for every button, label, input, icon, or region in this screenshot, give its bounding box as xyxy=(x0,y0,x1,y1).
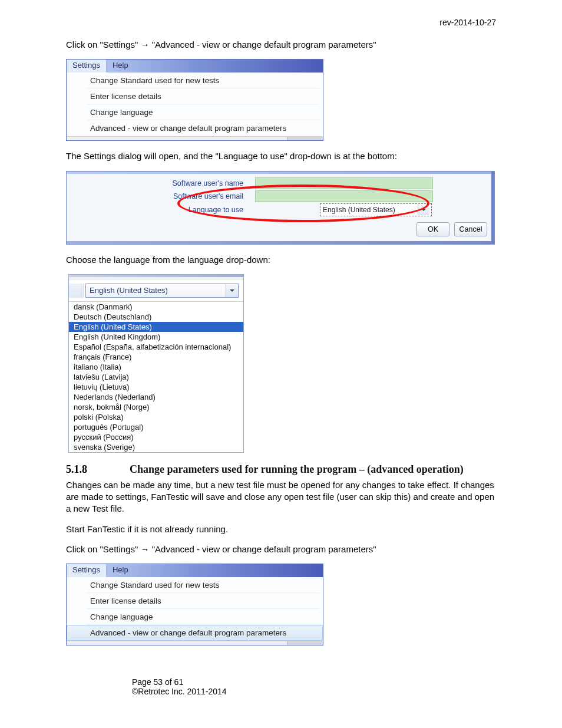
language-option[interactable]: Deutsch (Deutschland) xyxy=(69,312,243,322)
menu-list: Change Standard used for new tests Enter… xyxy=(67,73,323,136)
dialog-right-border xyxy=(491,172,494,244)
email-input[interactable] xyxy=(255,190,433,202)
section-title: Change parameters used for running the p… xyxy=(130,463,464,476)
text: Click on "Settings" xyxy=(66,544,141,554)
section-heading: 5.1.8 Change parameters used for running… xyxy=(66,463,496,476)
language-list-screenshot: English (United States) dansk (Danmark) … xyxy=(68,274,244,453)
revision-header: rev-2014-10-27 xyxy=(66,18,496,27)
menu-bar-item-settings[interactable]: Settings xyxy=(67,564,107,577)
menu-bar-item-help[interactable]: Help xyxy=(107,564,134,577)
menu-item[interactable]: Enter license details xyxy=(67,593,323,609)
language-option[interactable]: français (France) xyxy=(69,352,243,362)
instruction-dialog-info: The Settings dialog will open, and the "… xyxy=(66,150,496,162)
list-scroll-hint xyxy=(69,277,243,280)
scrollbar-hint xyxy=(67,641,323,645)
language-dropdown[interactable]: English (United States) xyxy=(320,203,432,216)
menu-list: Change Standard used for new tests Enter… xyxy=(67,577,323,641)
language-option[interactable]: Español (España, alfabetización internac… xyxy=(69,342,243,352)
dialog-label: Software user's name xyxy=(72,179,255,187)
cancel-button[interactable]: Cancel xyxy=(454,222,487,236)
list-gutter xyxy=(69,284,84,298)
language-option[interactable]: русский (Россия) xyxy=(69,432,243,442)
page-number: Page 53 of 61 xyxy=(132,677,227,687)
settings-menu-screenshot-1: Settings Help Change Standard used for n… xyxy=(66,59,323,141)
language-option[interactable]: norsk, bokmål (Norge) xyxy=(69,402,243,412)
text: "Advanced - view or change default progr… xyxy=(150,39,376,50)
menu-item[interactable]: Change Standard used for new tests xyxy=(67,73,323,88)
page-footer: Page 53 of 61 ©Retrotec Inc. 2011-2014 xyxy=(132,677,227,696)
language-option[interactable]: latviešu (Latvija) xyxy=(69,372,243,382)
language-option[interactable]: English (United Kingdom) xyxy=(69,332,243,342)
language-option[interactable]: svenska (Sverige) xyxy=(69,442,243,452)
body-paragraph: Start FanTestic if it is not already run… xyxy=(66,523,496,535)
ok-button[interactable]: OK xyxy=(416,222,449,236)
text: Click on "Settings" xyxy=(66,39,141,50)
arrow-icon: → xyxy=(141,544,150,554)
section-number: 5.1.8 xyxy=(66,463,130,476)
menu-bar-item-help[interactable]: Help xyxy=(107,60,134,73)
menu-item[interactable]: Enter license details xyxy=(67,88,323,104)
language-combobox[interactable]: English (United States) xyxy=(85,284,239,298)
language-option[interactable]: polski (Polska) xyxy=(69,412,243,422)
language-option[interactable]: Nederlands (Nederland) xyxy=(69,392,243,402)
menu-item[interactable]: Change language xyxy=(67,609,323,625)
dialog-row-language: Language to use English (United States) xyxy=(72,203,488,216)
menu-item[interactable]: Advanced - view or change default progra… xyxy=(67,120,323,136)
menu-item[interactable]: Change Standard used for new tests xyxy=(67,577,323,593)
arrow-icon: → xyxy=(141,39,150,50)
dialog-row-email: Software user's email xyxy=(72,190,488,202)
combobox-value: English (United States) xyxy=(90,286,168,295)
username-input[interactable] xyxy=(255,177,433,189)
language-option[interactable]: português (Portugal) xyxy=(69,422,243,432)
instruction-settings-path-2: Click on "Settings" → "Advanced - view o… xyxy=(66,543,496,555)
instruction-choose-language: Choose the language from the language dr… xyxy=(66,254,496,266)
scrollbar-hint xyxy=(67,136,323,140)
menu-item[interactable]: Change language xyxy=(67,104,323,120)
menu-bar-item-settings[interactable]: Settings xyxy=(67,60,107,73)
language-option-list: dansk (Danmark) Deutsch (Deutschland) En… xyxy=(69,301,243,452)
language-option[interactable]: italiano (Italia) xyxy=(69,362,243,372)
instruction-settings-path-1: Click on "Settings" → "Advanced - view o… xyxy=(66,39,496,51)
dialog-label: Language to use xyxy=(72,206,255,214)
language-option[interactable]: dansk (Danmark) xyxy=(69,302,243,312)
settings-menu-screenshot-2: Settings Help Change Standard used for n… xyxy=(66,564,323,645)
chevron-down-icon xyxy=(418,205,429,215)
chevron-down-icon xyxy=(226,284,238,297)
language-option[interactable]: lietuvių (Lietuva) xyxy=(69,382,243,392)
copyright: ©Retrotec Inc. 2011-2014 xyxy=(132,687,227,696)
dialog-label: Software user's email xyxy=(72,192,255,200)
menu-item-hovered[interactable]: Advanced - view or change default progra… xyxy=(67,625,323,641)
dropdown-value: English (United States) xyxy=(323,206,395,214)
text: "Advanced - view or change default progr… xyxy=(150,544,376,554)
menu-bar: Settings Help xyxy=(67,60,323,73)
language-option-selected[interactable]: English (United States) xyxy=(69,322,243,332)
settings-dialog-screenshot: Software user's name Software user's ema… xyxy=(66,171,495,245)
dialog-row-username: Software user's name xyxy=(72,177,488,189)
dialog-button-row: OK Cancel xyxy=(67,219,494,241)
menu-bar: Settings Help xyxy=(67,564,323,577)
dialog-bottom-border xyxy=(67,241,494,244)
body-paragraph: Changes can be made any time, but a new … xyxy=(66,479,496,515)
